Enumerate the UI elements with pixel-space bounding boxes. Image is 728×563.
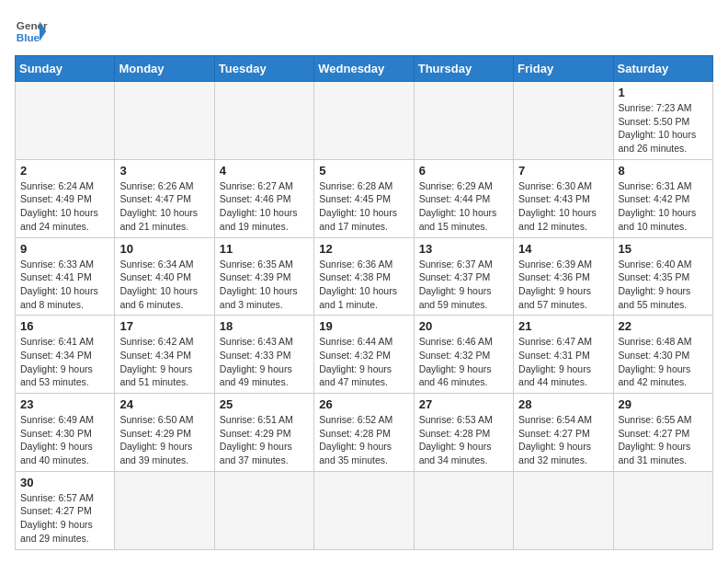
day-number: 25: [220, 397, 309, 411]
day-info: Sunrise: 6:40 AM Sunset: 4:35 PM Dayligh…: [619, 258, 708, 312]
day-info: Sunrise: 6:27 AM Sunset: 4:46 PM Dayligh…: [220, 179, 309, 234]
day-info: Sunrise: 6:39 AM Sunset: 4:36 PM Dayligh…: [518, 258, 608, 312]
day-number: 9: [20, 242, 109, 256]
calendar-row-1: 2Sunrise: 6:24 AM Sunset: 4:49 PM Daylig…: [16, 159, 713, 237]
calendar-cell: [214, 82, 313, 160]
calendar-cell: 22Sunrise: 6:48 AM Sunset: 4:30 PM Dayli…: [613, 316, 712, 394]
calendar-cell: 15Sunrise: 6:40 AM Sunset: 4:35 PM Dayli…: [613, 237, 712, 316]
calendar-cell: 14Sunrise: 6:39 AM Sunset: 4:36 PM Dayli…: [514, 237, 613, 316]
calendar-cell: 11Sunrise: 6:35 AM Sunset: 4:39 PM Dayli…: [214, 237, 313, 316]
calendar-cell: 25Sunrise: 6:51 AM Sunset: 4:29 PM Dayli…: [214, 394, 313, 472]
day-number: 21: [518, 319, 608, 333]
day-number: 19: [319, 319, 408, 333]
calendar-cell: [16, 82, 115, 160]
day-info: Sunrise: 6:48 AM Sunset: 4:30 PM Dayligh…: [619, 335, 708, 389]
calendar-cell: 8Sunrise: 6:31 AM Sunset: 4:42 PM Daylig…: [613, 159, 712, 237]
calendar-cell: [414, 82, 513, 160]
day-number: 2: [20, 164, 109, 178]
page-header: General Blue: [15, 15, 713, 48]
day-number: 24: [119, 397, 209, 411]
day-info: Sunrise: 6:53 AM Sunset: 4:28 PM Dayligh…: [419, 413, 508, 467]
calendar-row-3: 16Sunrise: 6:41 AM Sunset: 4:34 PM Dayli…: [16, 316, 713, 394]
calendar-cell: 21Sunrise: 6:47 AM Sunset: 4:31 PM Dayli…: [514, 316, 613, 394]
day-info: Sunrise: 6:30 AM Sunset: 4:43 PM Dayligh…: [518, 179, 608, 234]
weekday-header-saturday: Saturday: [613, 56, 712, 82]
day-info: Sunrise: 6:46 AM Sunset: 4:32 PM Dayligh…: [419, 335, 508, 389]
calendar-cell: 26Sunrise: 6:52 AM Sunset: 4:28 PM Dayli…: [314, 394, 414, 472]
svg-text:Blue: Blue: [17, 31, 40, 43]
day-info: Sunrise: 6:55 AM Sunset: 4:27 PM Dayligh…: [619, 413, 708, 467]
calendar-cell: 23Sunrise: 6:49 AM Sunset: 4:30 PM Dayli…: [16, 394, 115, 472]
day-info: Sunrise: 6:36 AM Sunset: 4:38 PM Dayligh…: [319, 258, 408, 312]
day-number: 6: [419, 164, 508, 178]
calendar-row-0: 1Sunrise: 7:23 AM Sunset: 5:50 PM Daylig…: [16, 82, 713, 160]
calendar-cell: 20Sunrise: 6:46 AM Sunset: 4:32 PM Dayli…: [414, 316, 513, 394]
day-number: 17: [119, 319, 209, 333]
day-number: 8: [619, 164, 708, 178]
calendar-cell: [314, 82, 414, 160]
day-info: Sunrise: 6:47 AM Sunset: 4:31 PM Dayligh…: [518, 335, 608, 389]
calendar-cell: [214, 471, 313, 549]
weekday-header-sunday: Sunday: [16, 56, 115, 82]
day-info: Sunrise: 6:51 AM Sunset: 4:29 PM Dayligh…: [220, 413, 309, 467]
day-number: 5: [319, 164, 408, 178]
calendar-cell: 12Sunrise: 6:36 AM Sunset: 4:38 PM Dayli…: [314, 237, 414, 316]
calendar-cell: 28Sunrise: 6:54 AM Sunset: 4:27 PM Dayli…: [514, 394, 613, 472]
day-number: 11: [220, 242, 309, 256]
calendar-cell: 3Sunrise: 6:26 AM Sunset: 4:47 PM Daylig…: [115, 159, 214, 237]
calendar-cell: [613, 471, 712, 549]
weekday-header-row: SundayMondayTuesdayWednesdayThursdayFrid…: [16, 56, 713, 82]
calendar-cell: 10Sunrise: 6:34 AM Sunset: 4:40 PM Dayli…: [115, 237, 214, 316]
day-number: 29: [619, 397, 708, 411]
day-info: Sunrise: 6:57 AM Sunset: 4:27 PM Dayligh…: [20, 491, 109, 546]
day-info: Sunrise: 6:29 AM Sunset: 4:44 PM Dayligh…: [419, 179, 508, 234]
day-info: Sunrise: 6:31 AM Sunset: 4:42 PM Dayligh…: [619, 179, 708, 234]
day-info: Sunrise: 6:50 AM Sunset: 4:29 PM Dayligh…: [119, 413, 209, 467]
calendar-cell: 17Sunrise: 6:42 AM Sunset: 4:34 PM Dayli…: [115, 316, 214, 394]
calendar-table: SundayMondayTuesdayWednesdayThursdayFrid…: [15, 55, 713, 550]
calendar-cell: 1Sunrise: 7:23 AM Sunset: 5:50 PM Daylig…: [613, 82, 712, 160]
day-number: 30: [20, 476, 109, 489]
day-number: 13: [419, 242, 508, 256]
day-info: Sunrise: 6:35 AM Sunset: 4:39 PM Dayligh…: [220, 258, 309, 312]
calendar-row-2: 9Sunrise: 6:33 AM Sunset: 4:41 PM Daylig…: [16, 237, 713, 316]
day-number: 7: [518, 164, 608, 178]
calendar-row-4: 23Sunrise: 6:49 AM Sunset: 4:30 PM Dayli…: [16, 394, 713, 472]
weekday-header-wednesday: Wednesday: [314, 56, 414, 82]
day-number: 20: [419, 319, 508, 333]
day-number: 27: [419, 397, 508, 411]
day-number: 10: [119, 242, 209, 256]
calendar-cell: 30Sunrise: 6:57 AM Sunset: 4:27 PM Dayli…: [16, 471, 115, 549]
calendar-cell: [115, 82, 214, 160]
calendar-cell: 7Sunrise: 6:30 AM Sunset: 4:43 PM Daylig…: [514, 159, 613, 237]
day-number: 1: [619, 86, 708, 99]
day-info: Sunrise: 6:54 AM Sunset: 4:27 PM Dayligh…: [518, 413, 608, 467]
day-info: Sunrise: 6:43 AM Sunset: 4:33 PM Dayligh…: [220, 335, 309, 389]
weekday-header-thursday: Thursday: [414, 56, 513, 82]
day-info: Sunrise: 6:26 AM Sunset: 4:47 PM Dayligh…: [119, 179, 209, 234]
calendar-cell: [314, 471, 414, 549]
day-info: Sunrise: 6:33 AM Sunset: 4:41 PM Dayligh…: [20, 258, 109, 312]
day-info: Sunrise: 6:34 AM Sunset: 4:40 PM Dayligh…: [119, 258, 209, 312]
day-info: Sunrise: 6:52 AM Sunset: 4:28 PM Dayligh…: [319, 413, 408, 467]
day-number: 28: [518, 397, 608, 411]
calendar-cell: 29Sunrise: 6:55 AM Sunset: 4:27 PM Dayli…: [613, 394, 712, 472]
calendar-cell: 16Sunrise: 6:41 AM Sunset: 4:34 PM Dayli…: [16, 316, 115, 394]
day-number: 4: [220, 164, 309, 178]
calendar-cell: 4Sunrise: 6:27 AM Sunset: 4:46 PM Daylig…: [214, 159, 313, 237]
calendar-cell: [514, 82, 613, 160]
calendar-cell: 24Sunrise: 6:50 AM Sunset: 4:29 PM Dayli…: [115, 394, 214, 472]
calendar-cell: 5Sunrise: 6:28 AM Sunset: 4:45 PM Daylig…: [314, 159, 414, 237]
day-info: Sunrise: 6:41 AM Sunset: 4:34 PM Dayligh…: [20, 335, 109, 389]
day-number: 3: [119, 164, 209, 178]
calendar-cell: [514, 471, 613, 549]
calendar-cell: 18Sunrise: 6:43 AM Sunset: 4:33 PM Dayli…: [214, 316, 313, 394]
day-number: 16: [20, 319, 109, 333]
calendar-cell: 6Sunrise: 6:29 AM Sunset: 4:44 PM Daylig…: [414, 159, 513, 237]
day-info: Sunrise: 6:49 AM Sunset: 4:30 PM Dayligh…: [20, 413, 109, 467]
calendar-cell: [414, 471, 513, 549]
day-info: Sunrise: 6:42 AM Sunset: 4:34 PM Dayligh…: [119, 335, 209, 389]
day-number: 23: [20, 397, 109, 411]
weekday-header-friday: Friday: [514, 56, 613, 82]
day-info: Sunrise: 6:24 AM Sunset: 4:49 PM Dayligh…: [20, 179, 109, 234]
